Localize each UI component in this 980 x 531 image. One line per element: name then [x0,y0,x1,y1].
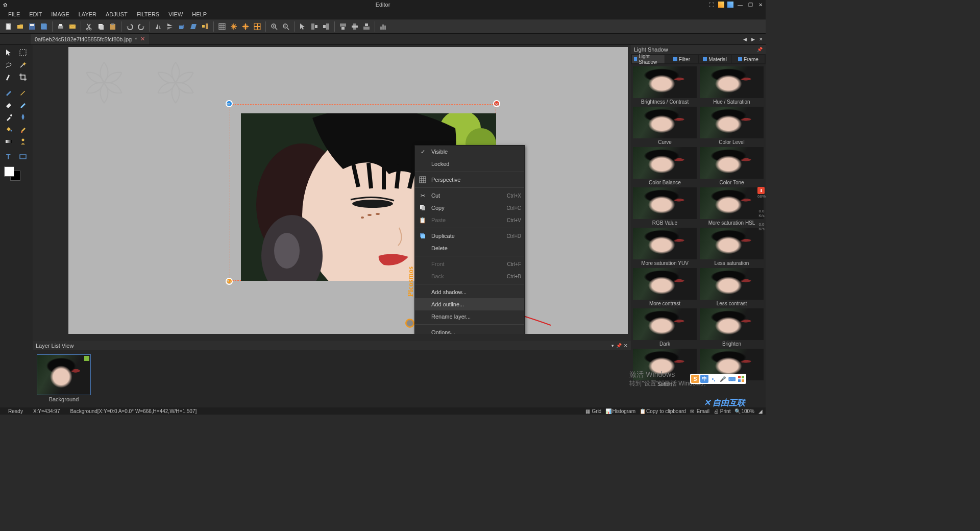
layer-visible-icon[interactable] [84,356,89,361]
status-clipboard[interactable]: 📋Copy to clipboard [640,408,686,414]
foreground-color[interactable] [4,166,14,177]
canvas-area[interactable]: ≡ ✕ ↻ ✥ Picosmos ✓Visible Locked Perspec… [33,45,631,341]
marquee-tool[interactable] [16,47,30,58]
align-top-button[interactable] [337,21,349,32]
rotate-button[interactable] [176,21,187,32]
effect-cell[interactable]: Brightness / Contrast [633,66,697,105]
pencil-tool[interactable] [16,87,30,98]
blur-tool[interactable] [16,111,30,123]
canvas[interactable]: ≡ ✕ ↻ ✥ Picosmos ✓Visible Locked Perspec… [68,47,628,334]
ctx-delete[interactable]: Delete [415,242,524,254]
grid-orange2-button[interactable] [240,21,251,32]
ctx-cut[interactable]: ✂CutCtrl+X [415,189,524,202]
ime-lang-icon[interactable]: 中 [700,375,708,383]
flip-h-button[interactable] [153,21,164,32]
ctx-copy[interactable]: CopyCtrl+C [415,202,524,214]
email-button[interactable] [67,21,78,32]
clone-tool[interactable] [16,99,30,110]
brush-tool[interactable] [2,87,15,98]
document-tab[interactable]: 0af6eb24c5182e7f405855fc5fcf80b.jpg * ✕ [31,34,149,44]
layer-handle-close-icon[interactable]: ✕ [493,100,500,107]
menu-filters[interactable]: FILTERS [133,9,163,19]
menu-view[interactable]: VIEW [164,9,187,19]
print-button[interactable] [55,21,66,32]
effect-cell[interactable]: Color Balance [633,147,697,185]
ctx-locked[interactable]: Locked [415,158,524,170]
menu-adjust[interactable]: ADJUST [102,9,132,19]
ctx-addoutline[interactable]: Add outline... [415,298,524,310]
lasso-tool[interactable] [2,59,15,70]
hist-button[interactable] [378,21,389,32]
zoomout-button[interactable] [280,21,291,32]
ctx-rename[interactable]: Rename layer... [415,310,524,323]
save-button[interactable] [27,21,38,32]
ime-grid-icon[interactable] [737,375,745,383]
align-bot-button[interactable] [361,21,372,32]
crop-tool[interactable] [16,71,30,83]
effect-cell[interactable]: Less contrast [700,268,764,306]
flip-v-button[interactable] [164,21,176,32]
status-print[interactable]: 🖨Print [714,408,731,414]
status-grid[interactable]: ▦Grid [585,408,602,414]
status-zoom[interactable]: 🔍100% [734,408,754,414]
effect-cell[interactable]: Dark [633,308,697,347]
effect-cell[interactable]: Curve [633,107,697,145]
rp-tab-material[interactable]: Material [699,55,731,63]
ime-keyboard-icon[interactable]: ⌨ [728,375,736,383]
eraser-tool[interactable] [2,99,15,110]
redo-button[interactable] [136,21,147,32]
effect-cell[interactable]: Hue / Saturation [700,66,764,105]
ime-punct-icon[interactable]: •, [709,375,718,383]
menu-help[interactable]: HELP [188,9,211,19]
align-mid-button[interactable] [349,21,360,32]
right-panel-pin-icon[interactable]: 📌 [757,47,763,52]
effect-cell[interactable]: More saturation YUV [633,228,697,266]
effect-cell[interactable]: More saturation HSL [700,187,764,226]
tab-prev-button[interactable]: ◀ [741,36,748,43]
cut-button[interactable] [84,21,95,32]
grid-button[interactable] [216,21,228,32]
ctx-duplicate[interactable]: DuplicateCtrl+D [415,230,524,242]
status-resize-grip-icon[interactable]: ◢ [758,408,763,414]
ime-brand-icon[interactable]: S [691,375,699,383]
layer-handle-menu-icon[interactable]: ≡ [226,100,233,107]
eyedropper-tool[interactable] [2,111,15,123]
grid-orange-button[interactable] [228,21,239,32]
layer-panel-pin-icon[interactable]: 📌 [616,343,622,348]
grid-orange3-button[interactable] [252,21,263,32]
resize-button[interactable] [200,21,211,32]
text-tool[interactable]: T [2,151,15,162]
layer-panel-menu-icon[interactable]: ▾ [611,343,614,348]
menu-file[interactable]: FILE [4,9,24,19]
align-right-button[interactable] [321,21,332,32]
tab-next-button[interactable]: ▶ [749,36,756,43]
tab-close-icon[interactable]: ✕ [140,36,145,42]
pen-tool[interactable] [2,71,15,83]
tray-icon-1[interactable] [718,2,724,8]
rp-tab-lightshadow[interactable]: Light Shadow [632,55,665,63]
bucket-tool[interactable] [2,124,15,135]
effect-cell[interactable]: Less saturation [700,228,764,266]
ime-mic-icon[interactable]: 🎤 [719,375,727,383]
layer-handle-rotate-icon[interactable]: ↻ [226,278,233,285]
layer-thumbnail[interactable]: Background [37,354,91,402]
pointer-button[interactable] [297,21,308,32]
effect-cell[interactable]: Color Tone [700,147,764,185]
undo-button[interactable] [124,21,135,32]
saveas-button[interactable] [38,21,50,32]
person-tool[interactable] [16,136,30,147]
ime-bar[interactable]: S 中 •, 🎤 ⌨ [690,374,746,384]
ctx-options[interactable]: Options... [415,326,524,334]
skew-button[interactable] [188,21,199,32]
ctx-visible[interactable]: ✓Visible [415,146,524,158]
status-histogram[interactable]: 📊Histogram [605,408,635,414]
status-email[interactable]: ✉Email [690,408,709,414]
close-button[interactable]: ✕ [757,1,764,8]
zoomin-button[interactable] [268,21,280,32]
menu-layer[interactable]: LAYER [75,9,101,19]
tray-icon-2[interactable] [727,2,733,8]
layer-panel-close-icon[interactable]: ✕ [624,343,628,348]
tab-close-all-button[interactable]: ✕ [757,36,765,43]
pointer-tool[interactable] [2,47,15,58]
minimize-button[interactable]: — [737,1,744,8]
